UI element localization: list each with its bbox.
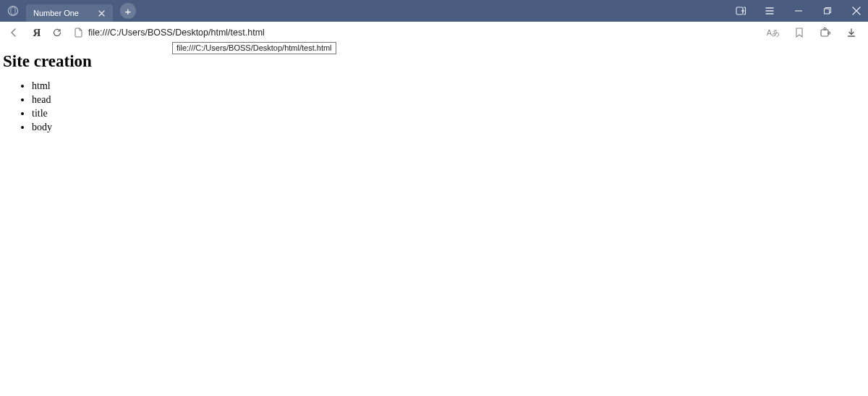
file-icon	[74, 28, 84, 38]
reload-button[interactable]	[48, 23, 67, 42]
read-aloud-label: Aあ	[767, 28, 780, 38]
window-controls	[732, 0, 865, 22]
svg-rect-1	[11, 7, 15, 14]
url-text: file:///C:/Users/BOSS/Desktop/html/test.…	[88, 28, 265, 38]
page-content: Site creation html head title body	[0, 43, 868, 138]
svg-rect-4	[821, 30, 828, 36]
menu-icon[interactable]	[761, 2, 778, 20]
url-tooltip: file:///C:/Users/BOSS/Desktop/html/test.…	[172, 42, 336, 54]
plus-icon: +	[125, 5, 132, 17]
list-item: head	[32, 93, 865, 107]
extensions-icon[interactable]	[816, 23, 835, 42]
svg-rect-6	[828, 32, 830, 34]
app-icon	[6, 4, 20, 18]
bookmark-icon[interactable]	[790, 23, 809, 42]
collections-icon[interactable]	[732, 2, 749, 20]
address-bar[interactable]: file:///C:/Users/BOSS/Desktop/html/test.…	[74, 25, 761, 41]
page-heading: Site creation	[3, 52, 865, 71]
svg-rect-5	[824, 28, 826, 30]
yandex-home-button[interactable]: Я	[29, 25, 45, 41]
toolbar: Я file:///C:/Users/BOSS/Desktop/html/tes…	[0, 22, 868, 43]
svg-rect-3	[825, 9, 830, 14]
tab-title: Number One	[33, 9, 91, 17]
list-item: title	[32, 107, 865, 121]
new-tab-button[interactable]: +	[120, 3, 136, 19]
close-tab-icon[interactable]	[95, 7, 107, 19]
tooltip-text: file:///C:/Users/BOSS/Desktop/html/test.…	[176, 43, 332, 52]
yandex-label: Я	[33, 27, 41, 39]
page-list: html head title body	[32, 80, 865, 135]
tab-strip: Number One +	[0, 0, 868, 22]
downloads-icon[interactable]	[842, 23, 861, 42]
toolbar-right: Aあ	[764, 23, 861, 42]
minimize-button[interactable]	[790, 2, 807, 20]
back-button[interactable]	[4, 23, 23, 42]
read-aloud-icon[interactable]: Aあ	[764, 23, 783, 42]
window-close-button[interactable]	[848, 2, 865, 20]
maximize-button[interactable]	[819, 2, 836, 20]
list-item: html	[32, 80, 865, 93]
list-item: body	[32, 121, 865, 135]
browser-tab[interactable]: Number One	[26, 4, 113, 22]
